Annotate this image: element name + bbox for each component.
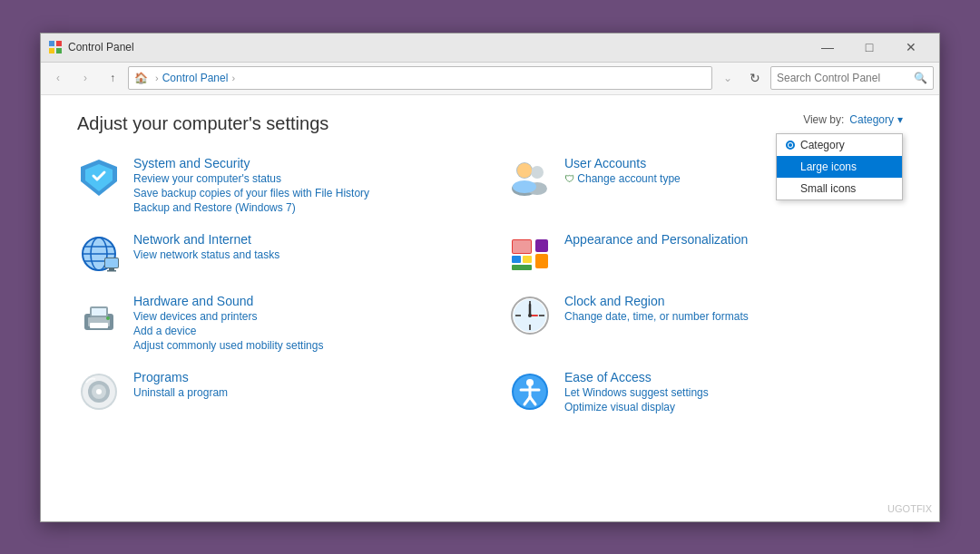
view-by-dropdown: Category Large icons Small icons [776, 133, 903, 200]
system-security-content: System and Security Review your computer… [133, 156, 369, 214]
hardware-sound-icon [77, 294, 121, 337]
svg-rect-28 [535, 254, 548, 268]
svg-rect-0 [49, 41, 54, 46]
breadcrumb-home-icon: 🏠 [134, 72, 148, 84]
dropdown-item-small-icons[interactable]: Small icons [777, 178, 902, 199]
dropdown-large-icons-label: Large icons [800, 160, 857, 173]
svg-rect-33 [90, 323, 108, 328]
category-hardware-sound: Hardware and Sound View devices and prin… [77, 294, 472, 352]
svg-point-34 [106, 316, 110, 320]
ease-of-access-icon [508, 370, 552, 413]
hardware-sound-link1[interactable]: View devices and printers [133, 310, 323, 323]
search-icon: 🔍 [914, 72, 927, 84]
network-internet-content: Network and Internet View network status… [133, 232, 279, 261]
hardware-sound-title[interactable]: Hardware and Sound [133, 294, 323, 308]
svg-rect-32 [92, 308, 106, 316]
hardware-sound-link3[interactable]: Adjust commonly used mobility settings [133, 339, 323, 352]
ease-of-access-link1[interactable]: Let Windows suggest settings [564, 386, 709, 399]
radio-category-icon [786, 141, 795, 150]
svg-rect-20 [109, 268, 114, 270]
user-accounts-title[interactable]: User Accounts [564, 156, 681, 170]
svg-point-11 [513, 180, 536, 193]
view-by-button[interactable]: Category ▾ [849, 113, 903, 126]
maximize-button[interactable]: □ [848, 33, 890, 62]
svg-point-10 [517, 163, 532, 178]
clock-region-content: Clock and Region Change date, time, or n… [564, 294, 749, 323]
refresh-button[interactable]: ↻ [743, 66, 767, 90]
radio-large-icons-icon [786, 162, 795, 171]
control-panel-window: Control Panel — □ ✕ ‹ › ↑ 🏠 › Control Pa… [40, 33, 940, 522]
svg-rect-19 [105, 258, 118, 267]
programs-title[interactable]: Programs [133, 370, 228, 384]
breadcrumb-dropdown-button[interactable]: ⌄ [716, 66, 740, 90]
ease-of-access-link2[interactable]: Optimize visual display [564, 401, 709, 413]
system-security-link2[interactable]: Save backup copies of your files with Fi… [133, 187, 369, 199]
network-internet-title[interactable]: Network and Internet [133, 232, 279, 247]
clock-region-title[interactable]: Clock and Region [564, 294, 749, 308]
window-icon [48, 40, 63, 54]
svg-point-48 [96, 389, 102, 394]
user-accounts-link1[interactable]: 🛡 Change account type [564, 172, 681, 185]
view-by-container: View by: Category ▾ Category Large icons [803, 113, 903, 126]
system-security-title[interactable]: System and Security [133, 156, 369, 170]
view-by-value: Category [849, 113, 894, 126]
view-by-label: View by: [803, 113, 844, 126]
svg-rect-24 [512, 256, 521, 263]
appearance-title[interactable]: Appearance and Personalization [564, 232, 748, 247]
clock-region-link1[interactable]: Change date, time, or number formats [564, 310, 749, 323]
svg-rect-3 [56, 48, 62, 53]
title-bar: Control Panel — □ ✕ [41, 34, 939, 63]
search-input[interactable] [777, 72, 914, 84]
hardware-sound-content: Hardware and Sound View devices and prin… [133, 294, 323, 352]
window-controls: — □ ✕ [807, 33, 932, 62]
window-title: Control Panel [68, 41, 807, 53]
minimize-button[interactable]: — [807, 33, 848, 62]
network-internet-link1[interactable]: View network status and tasks [133, 248, 279, 261]
breadcrumb-sep1: › [155, 73, 159, 83]
programs-icon [77, 370, 121, 413]
forward-button[interactable]: › [74, 66, 97, 90]
dropdown-arrow-icon: ▾ [897, 113, 903, 126]
dropdown-item-category[interactable]: Category [777, 134, 902, 156]
dropdown-category-label: Category [800, 139, 845, 151]
system-security-link3[interactable]: Backup and Restore (Windows 7) [133, 201, 369, 214]
category-ease-of-access: Ease of Access Let Windows suggest setti… [508, 370, 903, 413]
category-clock-region: Clock and Region Change date, time, or n… [508, 294, 903, 352]
system-security-link1[interactable]: Review your computer's status [133, 172, 369, 185]
dropdown-small-icons-label: Small icons [800, 182, 856, 195]
category-network-internet: Network and Internet View network status… [77, 232, 472, 276]
main-content: Adjust your computer's settings View by:… [41, 95, 939, 521]
user-accounts-content: User Accounts 🛡 Change account type [564, 156, 681, 185]
page-title: Adjust your computer's settings [77, 113, 328, 134]
page-header: Adjust your computer's settings View by:… [77, 113, 903, 134]
ease-of-access-content: Ease of Access Let Windows suggest setti… [564, 370, 709, 413]
appearance-icon [508, 232, 552, 276]
search-box[interactable]: 🔍 [770, 66, 934, 90]
svg-rect-26 [512, 265, 532, 270]
breadcrumb-bar: 🏠 › Control Panel › [128, 66, 712, 90]
dropdown-item-large-icons[interactable]: Large icons [777, 156, 902, 178]
breadcrumb-sep2: › [231, 73, 235, 83]
close-button[interactable]: ✕ [890, 33, 932, 62]
svg-point-8 [531, 166, 544, 179]
ease-of-access-title[interactable]: Ease of Access [564, 370, 709, 384]
category-appearance: Appearance and Personalization [508, 232, 903, 276]
category-programs: Programs Uninstall a program [77, 370, 472, 413]
programs-content: Programs Uninstall a program [133, 370, 228, 399]
appearance-content: Appearance and Personalization [564, 232, 748, 247]
back-button[interactable]: ‹ [46, 66, 70, 90]
svg-point-43 [528, 314, 532, 317]
network-internet-icon [77, 232, 121, 276]
breadcrumb-control-panel[interactable]: Control Panel [162, 72, 229, 84]
svg-rect-23 [513, 240, 531, 253]
radio-small-icons-icon [786, 184, 795, 193]
up-button[interactable]: ↑ [101, 66, 124, 90]
system-security-icon [77, 156, 121, 199]
svg-rect-25 [523, 256, 532, 263]
clock-region-icon [508, 294, 552, 337]
hardware-sound-link2[interactable]: Add a device [133, 325, 323, 337]
address-bar: ‹ › ↑ 🏠 › Control Panel › ⌄ ↻ 🔍 [41, 63, 939, 95]
programs-link1[interactable]: Uninstall a program [133, 386, 228, 399]
svg-rect-21 [107, 270, 116, 272]
watermark: UGOTFIX [887, 503, 932, 514]
